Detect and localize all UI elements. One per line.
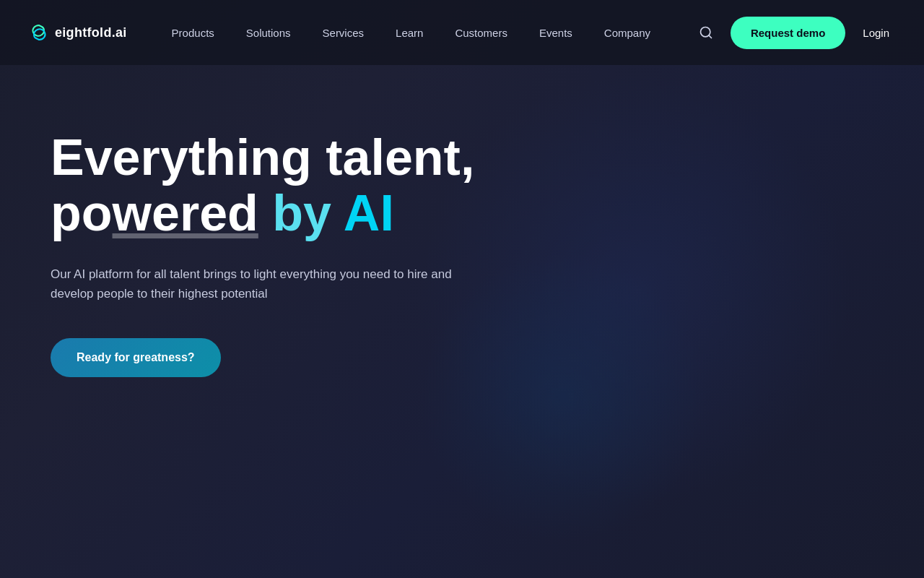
request-demo-button[interactable]: Request demo — [731, 17, 845, 49]
logo[interactable]: eightfold.ai — [29, 22, 127, 43]
hero-subtitle: Our AI platform for all talent brings to… — [51, 264, 455, 303]
nav-item-events[interactable]: Events — [523, 20, 588, 46]
nav-item-services[interactable]: Services — [307, 20, 380, 46]
nav-actions: Request demo Login — [693, 17, 895, 49]
nav-item-company[interactable]: Company — [588, 20, 666, 46]
nav-item-customers[interactable]: Customers — [439, 20, 523, 46]
hero-title-plain: powered — [51, 185, 258, 241]
hero-title-line1: Everything talent, — [51, 130, 556, 186]
search-button[interactable] — [693, 20, 719, 46]
hero-title-highlight1: by — [258, 185, 331, 241]
nav-item-solutions[interactable]: Solutions — [230, 20, 307, 46]
nav-item-learn[interactable]: Learn — [380, 20, 439, 46]
hero-title-highlight2: AI — [331, 185, 394, 241]
hero-title: Everything talent, powered by AI — [51, 130, 556, 241]
hero-section: Everything talent, powered by AI Our AI … — [0, 65, 924, 377]
hero-title-line2: powered by AI — [51, 186, 556, 241]
logo-icon — [29, 22, 49, 43]
login-button[interactable]: Login — [857, 20, 895, 46]
nav-links: Products Solutions Services Learn Custom… — [156, 20, 693, 46]
nav-item-products[interactable]: Products — [156, 20, 230, 46]
cta-button[interactable]: Ready for greatness? — [51, 338, 221, 377]
search-icon — [699, 25, 713, 40]
svg-line-1 — [709, 35, 712, 38]
navbar: eightfold.ai Products Solutions Services… — [0, 0, 924, 65]
logo-text: eightfold.ai — [55, 25, 127, 40]
page-wrapper: eightfold.ai Products Solutions Services… — [0, 0, 924, 578]
